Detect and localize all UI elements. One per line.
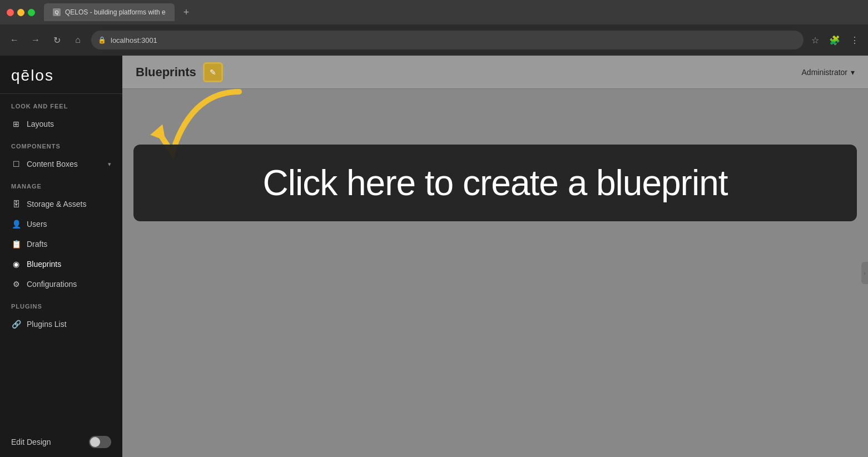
svg-marker-0 — [149, 124, 166, 143]
forward-button[interactable]: → — [28, 32, 43, 48]
section-look-and-feel: LOOK AND FEEL — [0, 94, 122, 114]
chevron-down-icon: ▾ — [108, 161, 111, 168]
create-blueprint-banner[interactable]: Click here to create a blueprint — [133, 145, 857, 221]
sidebar-item-layouts[interactable]: ⊞ Layouts — [0, 114, 122, 134]
edit-design-label: Edit Design — [11, 438, 51, 446]
sidebar-item-plugins-list[interactable]: 🔗 Plugins List — [0, 314, 122, 334]
maximize-traffic-light[interactable] — [28, 9, 35, 16]
sidebar-item-users[interactable]: 👤 Users — [0, 214, 122, 234]
chevron-right-icon: › — [864, 270, 865, 276]
users-icon: 👤 — [11, 219, 21, 229]
plugins-icon: 🔗 — [11, 319, 21, 329]
configurations-icon: ⚙ — [11, 279, 21, 289]
app-container: qēlos LOOK AND FEEL ⊞ Layouts COMPONENTS… — [0, 56, 868, 457]
page-title-area: Blueprints ✎ — [136, 62, 223, 82]
close-traffic-light[interactable] — [7, 9, 14, 16]
browser-chrome: Q QELOS - building platforms with e + ← … — [0, 0, 868, 56]
refresh-button[interactable]: ↻ — [49, 32, 65, 48]
lock-icon: 🔒 — [98, 36, 106, 44]
tab-favicon: Q — [53, 8, 61, 16]
content-area: Click here to create a blueprint › — [122, 89, 868, 457]
banner-text: Click here to create a blueprint — [263, 162, 728, 203]
section-manage: MANAGE — [0, 174, 122, 194]
edit-design-row: Edit Design — [0, 427, 122, 457]
content-boxes-icon: ☐ — [11, 159, 21, 169]
edit-icon: ✎ — [210, 68, 216, 77]
address-bar: ← → ↻ ⌂ 🔒 localhost:3001 ☆ 🧩 ⋮ — [0, 24, 868, 56]
section-plugins: PLUGINS — [0, 294, 122, 314]
chevron-down-icon: ▾ — [851, 68, 855, 77]
storage-icon: 🗄 — [11, 199, 21, 209]
sidebar-item-label: Content Boxes — [27, 160, 78, 168]
create-blueprint-button[interactable]: ✎ — [203, 62, 223, 82]
sidebar: qēlos LOOK AND FEEL ⊞ Layouts COMPONENTS… — [0, 56, 122, 457]
page-title: Blueprints — [136, 65, 196, 80]
admin-label: Administrator — [802, 68, 847, 77]
home-button[interactable]: ⌂ — [70, 32, 86, 48]
menu-button[interactable]: ⋮ — [848, 33, 861, 48]
back-button[interactable]: ← — [7, 32, 22, 48]
extensions-button[interactable]: 🧩 — [827, 33, 842, 48]
tab-area: Q QELOS - building platforms with e + — [44, 3, 861, 21]
drafts-icon: 📋 — [11, 239, 21, 249]
section-components: COMPONENTS — [0, 134, 122, 154]
active-browser-tab[interactable]: Q QELOS - building platforms with e — [44, 3, 175, 21]
sidebar-item-storage[interactable]: 🗄 Storage & Assets — [0, 194, 122, 214]
sidebar-item-label: Drafts — [27, 240, 47, 249]
collapse-handle[interactable]: › — [861, 262, 868, 284]
sidebar-item-configurations[interactable]: ⚙ Configurations — [0, 274, 122, 294]
top-bar: Blueprints ✎ Administrator ▾ — [122, 56, 868, 89]
sidebar-bottom-spacer — [0, 334, 122, 427]
sidebar-item-label: Layouts — [27, 120, 54, 128]
new-tab-button[interactable]: + — [179, 4, 194, 21]
sidebar-item-label: Plugins List — [27, 320, 67, 329]
title-bar: Q QELOS - building platforms with e + — [0, 0, 868, 24]
traffic-lights — [7, 9, 35, 16]
star-button[interactable]: ☆ — [809, 33, 821, 48]
layouts-icon: ⊞ — [11, 119, 21, 129]
sidebar-item-label: Users — [27, 220, 47, 229]
tab-title: QELOS - building platforms with e — [65, 8, 166, 16]
admin-area[interactable]: Administrator ▾ — [802, 68, 855, 77]
sidebar-item-blueprints[interactable]: ◉ Blueprints — [0, 254, 122, 274]
sidebar-item-drafts[interactable]: 📋 Drafts — [0, 234, 122, 254]
minimize-traffic-light[interactable] — [17, 9, 24, 16]
logo-area: qēlos — [0, 56, 122, 94]
address-input-wrap[interactable]: 🔒 localhost:3001 — [91, 31, 803, 49]
sidebar-item-content-boxes[interactable]: ☐ Content Boxes ▾ — [0, 154, 122, 174]
app-logo[interactable]: qēlos — [11, 67, 111, 85]
sidebar-item-label: Storage & Assets — [27, 200, 86, 208]
sidebar-item-label: Blueprints — [27, 260, 61, 269]
edit-design-toggle[interactable] — [89, 436, 111, 448]
sidebar-item-label: Configurations — [27, 280, 77, 289]
main-content: Blueprints ✎ Administrator ▾ Click here … — [122, 56, 868, 457]
address-text: localhost:3001 — [111, 36, 157, 44]
blueprints-icon: ◉ — [11, 259, 21, 269]
